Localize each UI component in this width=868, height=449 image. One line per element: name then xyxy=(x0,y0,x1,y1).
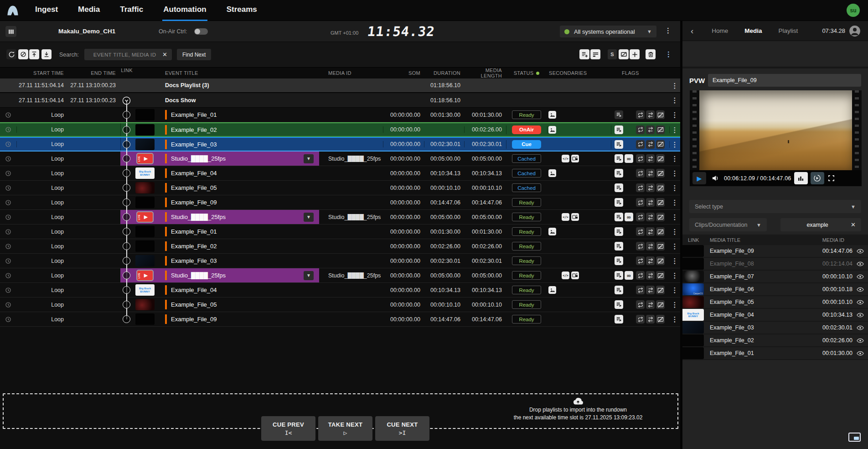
event-options-caret[interactable]: ▼ xyxy=(304,154,314,163)
rundown-event-row[interactable]: Loop Big Buck BUNNY Example_File_04 00:0… xyxy=(0,283,680,298)
collapse-group-icon[interactable] xyxy=(122,96,131,105)
no-image-flag-icon[interactable] xyxy=(656,300,665,309)
volume-icon[interactable] xyxy=(712,175,719,182)
transition-flag-icon[interactable] xyxy=(646,271,655,280)
transition-flag-icon[interactable] xyxy=(646,300,655,309)
transition-flag-icon[interactable] xyxy=(646,286,655,294)
tab-automation[interactable]: Automation xyxy=(162,0,207,21)
preview-eye-icon[interactable] xyxy=(852,351,868,356)
playlist-flag-icon[interactable] xyxy=(615,140,623,149)
event-kebab-icon[interactable]: ⋮ xyxy=(672,287,678,293)
rundown-event-row[interactable]: Loop Example_File_09 00:00:00.00 00:14:4… xyxy=(0,195,680,210)
transition-flag-icon[interactable] xyxy=(646,183,655,192)
media-list-row[interactable]: Example_File_08 00:12:14.04 xyxy=(682,258,868,271)
media-list-row[interactable]: Example_File_05 00:00:10.10 xyxy=(682,296,868,309)
rundown-event-row[interactable]: Loop LIVE▶ Studio_████_25fps ▼ Studio_██… xyxy=(0,268,680,283)
link-node-icon[interactable] xyxy=(123,111,130,119)
event-kebab-icon[interactable]: ⋮ xyxy=(672,111,678,118)
rundown-event-row[interactable]: Loop Example_File_01 00:00:00.00 00:01:3… xyxy=(0,108,680,122)
event-kebab-icon[interactable]: ⋮ xyxy=(672,126,678,133)
repeat-flag-icon[interactable] xyxy=(636,271,645,280)
tab-media[interactable]: Media xyxy=(77,0,101,21)
transition-flag-icon[interactable] xyxy=(646,198,655,207)
no-image-flag-icon[interactable] xyxy=(656,213,665,221)
media-list-row[interactable]: Example_File_01 00:01:30.00 xyxy=(682,347,868,360)
preview-eye-icon[interactable] xyxy=(852,249,868,254)
no-image-flag-icon[interactable] xyxy=(656,169,665,178)
repeat-flag-icon[interactable] xyxy=(636,256,645,265)
refresh-button[interactable] xyxy=(6,49,16,59)
channel-grid-icon[interactable] xyxy=(5,26,16,37)
repeat-flag-icon[interactable] xyxy=(636,227,645,236)
panel-tab-playlist[interactable]: Playlist xyxy=(779,27,798,34)
rundown-event-row[interactable]: Loop Big Buck BUNNY Example_File_04 00:0… xyxy=(0,166,680,181)
media-list-row[interactable]: Big Buck BUNNY Example_File_04 00:10:34.… xyxy=(682,309,868,322)
repeat-flag-icon[interactable] xyxy=(636,300,645,309)
media-list-row[interactable]: Example_File_07 00:00:10.10 xyxy=(682,271,868,283)
hide-preview-button[interactable] xyxy=(619,49,629,59)
repeat-flag-icon[interactable] xyxy=(636,286,645,294)
transition-flag-icon[interactable] xyxy=(646,315,655,324)
rundown-event-row[interactable]: Loop Example_File_03 00:00:00.00 00:02:3… xyxy=(0,254,680,268)
playlist-flag-icon[interactable] xyxy=(615,271,623,280)
repeat-flag-icon[interactable] xyxy=(636,140,645,149)
add-event-button[interactable] xyxy=(579,49,589,59)
preview-eye-icon[interactable] xyxy=(852,287,868,292)
panel-tab-media[interactable]: Media xyxy=(744,27,762,34)
add-button[interactable] xyxy=(630,49,640,59)
playlist-flag-icon[interactable] xyxy=(615,227,623,236)
rundown-search-input[interactable]: EVENT TITLE, MEDIA ID ✕ xyxy=(84,49,172,60)
link-node-icon[interactable] xyxy=(123,141,130,148)
event-kebab-icon[interactable]: ⋮ xyxy=(672,155,678,162)
event-kebab-icon[interactable]: ⋮ xyxy=(672,301,678,308)
transition-flag-icon[interactable] xyxy=(646,213,655,221)
no-image-flag-icon[interactable] xyxy=(656,242,665,251)
preview-eye-icon[interactable] xyxy=(852,300,868,305)
onair-ctrl-toggle[interactable] xyxy=(194,28,208,35)
cue-next-button[interactable]: CUE NEXT >I xyxy=(375,416,429,441)
loop-playback-button[interactable] xyxy=(811,172,824,184)
no-image-flag-icon[interactable] xyxy=(656,183,665,192)
repeat-flag-icon[interactable] xyxy=(636,125,645,134)
tab-ingest[interactable]: Ingest xyxy=(34,0,59,21)
transition-flag-icon[interactable] xyxy=(646,125,655,134)
media-list-row[interactable]: CasparCG Example_File_06 00:00:10.18 xyxy=(682,283,868,296)
event-kebab-icon[interactable]: ⋮ xyxy=(672,316,678,323)
preview-eye-icon[interactable] xyxy=(852,274,868,279)
link-node-icon[interactable] xyxy=(123,257,130,265)
no-image-flag-icon[interactable] xyxy=(656,140,665,149)
transition-flag-icon[interactable] xyxy=(646,242,655,251)
no-image-flag-icon[interactable] xyxy=(656,110,665,119)
playlist-flag-icon[interactable] xyxy=(615,315,623,324)
playlist-flag-icon[interactable] xyxy=(615,242,623,251)
event-kebab-icon[interactable]: ⋮ xyxy=(672,272,678,279)
transition-flag-icon[interactable] xyxy=(646,256,655,265)
playlist-flag-icon[interactable] xyxy=(615,300,623,309)
transition-flag-icon[interactable] xyxy=(646,154,655,163)
transition-flag-icon[interactable] xyxy=(646,227,655,236)
link-node-icon[interactable] xyxy=(123,286,130,294)
event-kebab-icon[interactable]: ⋮ xyxy=(672,214,678,220)
media-type-select[interactable]: Select type ▼ xyxy=(689,200,861,213)
preview-eye-icon[interactable] xyxy=(852,313,868,318)
no-image-flag-icon[interactable] xyxy=(656,198,665,207)
repeat-flag-icon[interactable] xyxy=(636,154,645,163)
event-kebab-icon[interactable]: ⋮ xyxy=(672,141,678,148)
infinite-loop-flag-icon[interactable]: ∞ xyxy=(625,154,633,163)
channel-menu-kebab-icon[interactable]: ⋮ xyxy=(665,27,671,34)
scroll-to-onair-button[interactable] xyxy=(41,49,52,59)
link-node-icon[interactable] xyxy=(123,213,130,221)
clear-media-search-icon[interactable]: ✕ xyxy=(851,221,856,228)
playlist-flag-icon[interactable] xyxy=(615,183,623,192)
media-list-row[interactable]: Example_File_03 00:02:30.01 xyxy=(682,322,868,334)
no-image-flag-icon[interactable] xyxy=(656,315,665,324)
category-select[interactable]: Clips/Documentation ▼ xyxy=(689,218,767,231)
playlist-flag-icon[interactable] xyxy=(615,110,623,119)
preview-eye-icon[interactable] xyxy=(852,338,868,343)
delete-button[interactable] xyxy=(646,49,656,59)
rundown-event-row[interactable]: Loop Example_File_03 00:00:00.00 00:02:3… xyxy=(0,137,680,151)
event-options-caret[interactable]: ▼ xyxy=(304,271,314,280)
infinite-loop-flag-icon[interactable]: ∞ xyxy=(625,213,633,221)
playlist-flag-icon[interactable] xyxy=(615,256,623,265)
link-node-icon[interactable] xyxy=(123,198,130,206)
